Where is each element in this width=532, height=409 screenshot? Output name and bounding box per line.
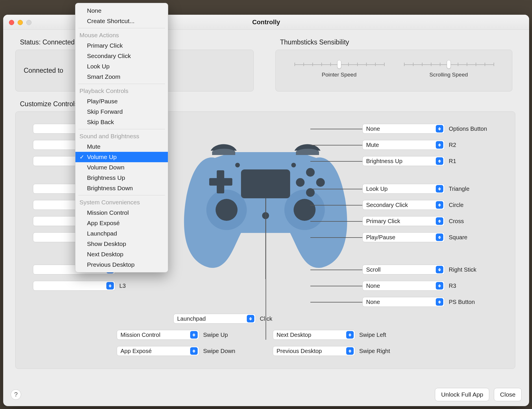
popup-item[interactable]: Previous Desktop (75, 259, 168, 270)
select-value: None (366, 126, 380, 132)
chevrons-icon (190, 347, 198, 355)
popup-item[interactable]: Mute (75, 141, 168, 152)
chevrons-icon (436, 157, 443, 165)
popup-separator (78, 28, 165, 28)
touchpad-select-swipe-down[interactable]: App Exposé (117, 346, 199, 356)
popup-heading: Mouse Actions (75, 30, 168, 40)
popup-item[interactable]: Show Desktop (75, 239, 168, 249)
mapping-label: Circle (449, 202, 464, 208)
select-value: Next Desktop (277, 332, 311, 338)
popup-item[interactable]: Volume Down (75, 162, 168, 173)
mapping-label: L3 (119, 283, 126, 289)
select-value: None (366, 283, 380, 289)
touchpad-select-swipe-left[interactable]: Next Desktop (273, 330, 355, 340)
thumbsticks-box: Pointer Speed Scrolling Speed (275, 50, 512, 91)
popup-item[interactable]: Skip Back (75, 117, 168, 127)
chevrons-icon (346, 331, 354, 339)
popup-item[interactable]: Brightness Down (75, 183, 168, 193)
chevrons-icon (436, 217, 443, 225)
mapping-select-circle[interactable]: Secondary Click (362, 200, 445, 210)
action-popup-menu[interactable]: NoneCreate Shortcut...Mouse ActionsPrima… (75, 3, 168, 272)
unlock-full-app-button[interactable]: Unlock Full App (435, 388, 489, 401)
chevrons-icon (247, 315, 254, 322)
popup-item[interactable]: Smart Zoom (75, 72, 168, 82)
touchpad-select-click[interactable]: Launchpad (173, 314, 256, 324)
chevrons-icon (346, 347, 354, 355)
scrolling-speed-slider[interactable] (404, 64, 494, 66)
mapping-label: Swipe Down (203, 348, 235, 354)
connected-to-label: Connected to (24, 67, 63, 74)
svg-rect-7 (217, 170, 224, 193)
select-value: Launchpad (177, 315, 206, 322)
select-value: Brightness Up (366, 158, 403, 165)
popup-heading: System Conveniences (75, 197, 168, 208)
mapping-select-r3[interactable]: None (362, 281, 445, 291)
popup-heading: Playback Controls (75, 86, 168, 96)
zoom-window-button[interactable] (26, 20, 31, 25)
mapping-label: Triangle (449, 186, 470, 192)
close-window-button[interactable] (9, 20, 14, 25)
popup-item[interactable]: Play/Pause (75, 96, 168, 107)
mapping-label: R3 (449, 283, 456, 289)
select-value: Previous Desktop (277, 348, 322, 354)
mapping-select-right-stick[interactable]: Scroll (362, 265, 445, 274)
mapping-select-l3[interactable] (33, 281, 115, 291)
popup-item[interactable]: Brightness Up (75, 173, 168, 183)
mapping-label: Cross (449, 218, 464, 225)
chevrons-icon (436, 266, 443, 273)
chevrons-icon (436, 282, 443, 290)
close-button[interactable]: Close (494, 388, 522, 401)
popup-separator (78, 84, 165, 84)
mapping-select-r1[interactable]: Brightness Up (362, 156, 445, 166)
svg-point-13 (291, 163, 296, 167)
mapping-select-ps-button[interactable]: None (362, 297, 445, 307)
minimize-window-button[interactable] (18, 20, 23, 25)
popup-item[interactable]: App Exposé (75, 218, 168, 228)
popup-separator (78, 129, 165, 129)
svg-point-9 (316, 178, 325, 187)
select-value: Primary Click (366, 218, 400, 225)
mapping-label: R1 (449, 158, 456, 165)
mapping-select-options-button[interactable]: None (362, 124, 445, 134)
svg-point-12 (235, 163, 240, 167)
popup-item[interactable]: Primary Click (75, 40, 168, 51)
svg-rect-4 (241, 169, 290, 198)
touchpad-select-swipe-right[interactable]: Previous Desktop (273, 346, 355, 356)
popup-item[interactable]: Launchpad (75, 228, 168, 239)
popup-item[interactable]: Next Desktop (75, 249, 168, 259)
popup-item[interactable]: Skip Forward (75, 107, 168, 117)
window-title: Controlly (252, 18, 280, 26)
popup-item[interactable]: Secondary Click (75, 51, 168, 61)
mapping-select-cross[interactable]: Primary Click (362, 216, 445, 226)
popup-item[interactable]: Look Up (75, 61, 168, 72)
popup-heading: Sound and Brightness (75, 131, 168, 141)
pointer-speed-slider[interactable] (294, 64, 384, 66)
mapping-label: R2 (449, 142, 456, 148)
svg-point-3 (294, 199, 316, 221)
chevrons-icon (190, 331, 198, 339)
popup-item[interactable]: Mission Control (75, 208, 168, 218)
mapping-select-r2[interactable]: Mute (362, 140, 445, 150)
touchpad-select-swipe-up[interactable]: Mission Control (117, 330, 199, 340)
select-value: Secondary Click (366, 202, 408, 208)
svg-point-10 (306, 188, 315, 197)
mapping-select-triangle[interactable]: Look Up (362, 184, 445, 194)
mapping-label: Swipe Right (359, 348, 390, 354)
mapping-label: Right Stick (449, 266, 477, 273)
window-controls (9, 20, 31, 25)
svg-point-8 (306, 168, 315, 177)
popup-item[interactable]: Volume Up (75, 152, 168, 162)
chevrons-icon (436, 201, 443, 209)
mapping-select-square[interactable]: Play/Pause (362, 232, 445, 242)
svg-point-2 (216, 199, 238, 221)
select-value: Play/Pause (366, 234, 395, 241)
popup-item[interactable]: Create Shortcut... (75, 16, 168, 26)
help-button[interactable]: ? (11, 389, 21, 400)
popup-item[interactable]: None (75, 5, 168, 16)
chevrons-icon (106, 282, 114, 290)
select-value: None (366, 299, 380, 305)
scrolling-speed-label: Scrolling Speed (429, 72, 468, 78)
mapping-label: Click (260, 315, 272, 322)
popup-separator (78, 195, 165, 195)
chevrons-icon (436, 141, 443, 149)
